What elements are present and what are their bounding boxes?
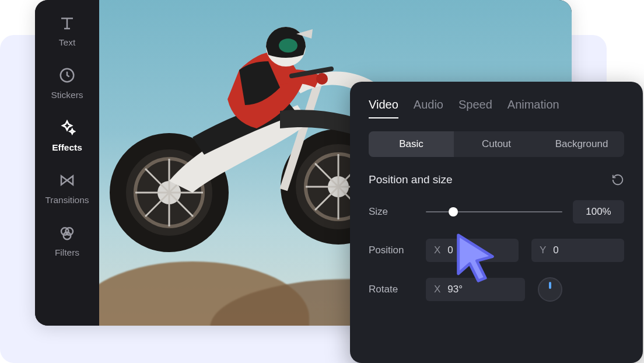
sidebar-item-label: Transitions: [45, 195, 89, 205]
tab-speed[interactable]: Speed: [459, 98, 492, 118]
tab-animation[interactable]: Animation: [508, 98, 559, 118]
svg-point-19: [316, 73, 328, 85]
panel-subtabs: Basic Cutout Background: [369, 131, 624, 157]
reset-icon[interactable]: [611, 173, 624, 186]
sparkle-icon: [58, 119, 76, 137]
sidebar: Text Stickers Effects Transitions Filter…: [35, 0, 99, 326]
clock-icon: [58, 67, 76, 84]
tab-audio[interactable]: Audio: [414, 98, 443, 118]
tab-video[interactable]: Video: [369, 98, 398, 118]
position-x-field[interactable]: X 0: [426, 239, 519, 262]
circles-icon: [58, 224, 76, 242]
size-label: Size: [369, 206, 415, 218]
section-title: Position and size: [369, 173, 453, 186]
size-value[interactable]: 100%: [573, 200, 624, 224]
sidebar-item-label: Filters: [55, 247, 79, 258]
axis-label: Y: [540, 245, 546, 256]
position-label: Position: [369, 245, 415, 256]
axis-label: X: [434, 245, 440, 256]
rotate-label: Rotate: [369, 284, 415, 295]
rotate-x-field[interactable]: X 93°: [426, 278, 525, 301]
rotate-knob[interactable]: [538, 277, 562, 302]
svg-point-3: [64, 232, 71, 240]
size-slider[interactable]: [426, 211, 562, 212]
text-icon: [58, 14, 76, 32]
svg-point-22: [279, 39, 298, 53]
rotate-value: 93°: [447, 284, 463, 295]
subtab-basic[interactable]: Basic: [369, 131, 454, 157]
bowtie-icon: [58, 172, 76, 189]
position-y-field[interactable]: Y 0: [531, 239, 624, 262]
position-x-value: 0: [447, 245, 453, 256]
sidebar-item-stickers[interactable]: Stickers: [35, 67, 99, 100]
sidebar-item-label: Stickers: [51, 90, 83, 100]
sidebar-item-effects[interactable]: Effects: [35, 119, 99, 153]
sidebar-item-label: Text: [59, 37, 75, 48]
properties-panel: Video Audio Speed Animation Basic Cutout…: [350, 82, 643, 363]
size-slider-thumb[interactable]: [449, 207, 458, 217]
position-y-value: 0: [553, 245, 558, 256]
sidebar-item-filters[interactable]: Filters: [35, 224, 99, 258]
sidebar-item-transitions[interactable]: Transitions: [35, 172, 99, 205]
sidebar-item-text[interactable]: Text: [35, 14, 99, 48]
sidebar-item-label: Effects: [52, 142, 82, 153]
panel-tabs: Video Audio Speed Animation: [369, 98, 624, 118]
subtab-cutout[interactable]: Cutout: [454, 131, 539, 157]
subtab-background[interactable]: Background: [539, 131, 624, 157]
axis-label: X: [434, 284, 440, 295]
